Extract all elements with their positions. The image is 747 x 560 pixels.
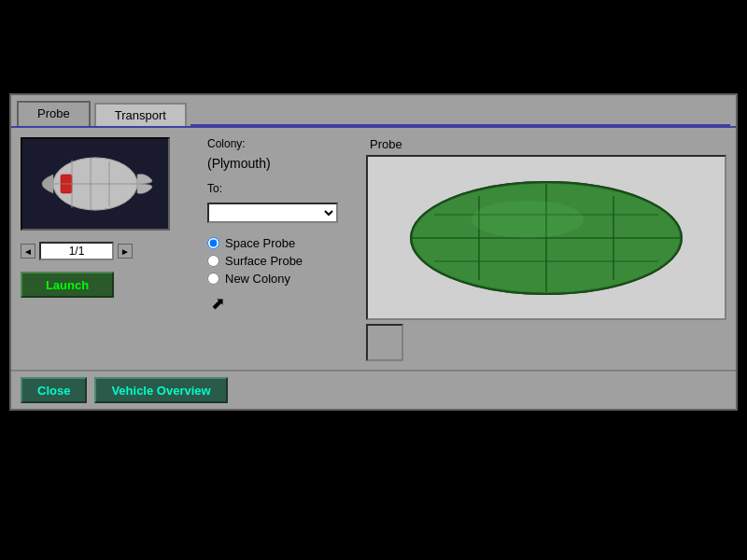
tab-probe[interactable]: Probe <box>17 101 91 126</box>
content-area: ◄ ► Launch Colony: (Plymouth) To: Space … <box>11 128 736 371</box>
space-probe-label: Space Probe <box>225 236 295 250</box>
radio-new-colony[interactable]: New Colony <box>207 272 357 286</box>
vehicle-overview-button[interactable]: Vehicle Overview <box>94 377 227 403</box>
middle-panel: Colony: (Plymouth) To: Space Probe Surfa… <box>198 137 366 361</box>
radio-space-probe[interactable]: Space Probe <box>207 236 357 250</box>
tab-filler <box>190 124 730 126</box>
new-colony-label: New Colony <box>225 272 290 286</box>
main-window: Probe Transport <box>9 93 738 411</box>
colony-label: Colony: <box>207 137 357 150</box>
to-label: To: <box>207 182 357 195</box>
svg-point-16 <box>472 201 584 238</box>
close-button[interactable]: Close <box>21 377 87 403</box>
colony-name: (Plymouth) <box>207 156 357 171</box>
nav-next-button[interactable]: ► <box>118 244 133 259</box>
destination-dropdown[interactable] <box>207 203 338 223</box>
cursor-indicator: ⬈ <box>211 295 357 312</box>
bottom-bar: Close Vehicle Overview <box>11 370 736 409</box>
probe-display-title: Probe <box>370 137 726 151</box>
nav-prev-button[interactable]: ◄ <box>21 244 35 259</box>
probe-ship-svg <box>35 147 156 221</box>
ship-image <box>21 137 170 231</box>
nav-input[interactable] <box>39 242 114 260</box>
launch-button[interactable]: Launch <box>21 272 114 298</box>
probe-type-group: Space Probe Surface Probe New Colony <box>207 236 357 286</box>
dropdown-row <box>207 203 357 223</box>
surface-probe-label: Surface Probe <box>225 254 303 268</box>
right-panel: Probe <box>366 137 726 361</box>
tab-bar: Probe Transport <box>11 95 736 128</box>
nav-row: ◄ ► <box>21 242 198 260</box>
small-status-panel <box>366 324 403 361</box>
radio-surface-probe[interactable]: Surface Probe <box>207 254 357 268</box>
probe-display <box>366 155 726 320</box>
tab-transport[interactable]: Transport <box>94 103 187 126</box>
left-panel: ◄ ► Launch <box>21 137 198 361</box>
probe-visualization-svg <box>397 173 696 303</box>
